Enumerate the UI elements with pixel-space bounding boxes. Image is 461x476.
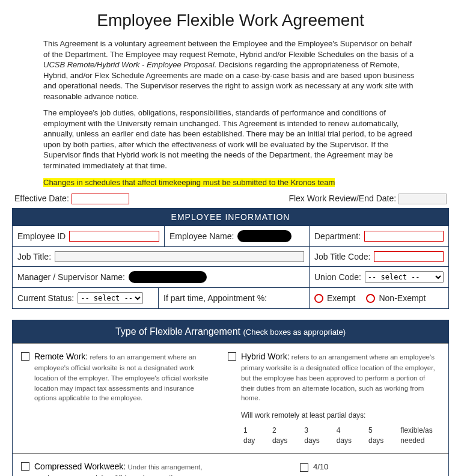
effective-date-label: Effective Date: — [14, 194, 69, 203]
hybrid-work-checkbox[interactable] — [228, 352, 236, 361]
review-date-group: Flex Work Review/End Date: — [289, 194, 447, 204]
hybrid-day-5[interactable]: 5 days — [368, 426, 383, 446]
exempt-radio[interactable] — [314, 294, 323, 303]
hybrid-work-head: Hybrid Work: — [241, 352, 290, 361]
flex-arr-header: Type of Flexible Arrangement (Check boxe… — [13, 320, 448, 343]
job-title-code-input[interactable] — [374, 251, 444, 262]
department-label: Department: — [314, 231, 361, 241]
intro-block: This Agreement is a voluntary agreement … — [43, 38, 418, 188]
intro-highlight: Changes in schedules that affect timekee… — [43, 178, 335, 187]
intro-p2: The employee's job duties, obligations, … — [43, 108, 418, 171]
hybrid-days-label: Will work remotely at least partial days… — [241, 410, 440, 421]
compressed-410-label: 4/10 — [313, 462, 328, 471]
employee-id-label: Employee ID — [17, 231, 66, 241]
hybrid-day-3[interactable]: 3 days — [304, 426, 319, 446]
employee-info-header: EMPLOYEE INFORMATION — [13, 209, 448, 225]
union-code-label: Union Code: — [314, 272, 361, 282]
compressed-head: Compressed Workweek: — [34, 462, 126, 471]
hybrid-day-flex[interactable]: flexible/as needed — [400, 426, 440, 446]
manager-name-label: Manager / Supervisor Name: — [17, 272, 125, 282]
intro-p1a: This Agreement is a voluntary agreement … — [43, 39, 414, 59]
dates-row: Effective Date: Flex Work Review/End Dat… — [12, 194, 449, 204]
page-title: Employee Flexible Work Agreement — [12, 11, 449, 30]
flex-arr-header-text: Type of Flexible Arrangement — [115, 326, 240, 337]
employee-name-redacted — [237, 230, 292, 242]
union-code-select[interactable]: -- select -- — [365, 271, 444, 283]
compressed-410-checkbox[interactable] — [300, 463, 308, 472]
exempt-label: Exempt — [327, 293, 355, 303]
intro-p1: This Agreement is a voluntary agreement … — [43, 38, 418, 102]
nonexempt-radio-group[interactable]: Non-Exempt — [366, 293, 426, 303]
review-date-input[interactable] — [398, 194, 447, 204]
remote-work-head: Remote Work: — [34, 352, 88, 361]
hybrid-day-4[interactable]: 4 days — [337, 426, 352, 446]
manager-name-redacted — [129, 271, 207, 283]
job-title-input[interactable] — [55, 251, 304, 262]
intro-p1-italic: UCSB Remote/Hybrid Work - Employee Propo… — [43, 60, 216, 69]
effective-date-input[interactable] — [72, 194, 129, 204]
employee-name-label: Employee Name: — [169, 231, 234, 241]
current-status-select[interactable]: -- select -- — [78, 292, 143, 304]
exempt-radio-group[interactable]: Exempt — [314, 293, 355, 303]
hybrid-day-1[interactable]: 1 day — [243, 426, 255, 446]
job-title-label: Job Title: — [17, 252, 51, 261]
hybrid-days-options: 1 day 2 days 3 days 4 days 5 days flexib… — [241, 426, 440, 446]
effective-date-group: Effective Date: — [14, 194, 129, 204]
nonexempt-radio[interactable] — [366, 294, 375, 303]
parttime-label: If part time, Appointment %: — [163, 293, 267, 303]
flexible-arrangement-table: Type of Flexible Arrangement (Check boxe… — [12, 320, 449, 476]
compressed-checkbox[interactable] — [21, 462, 29, 471]
employee-id-input[interactable] — [69, 231, 159, 242]
employee-info-table: EMPLOYEE INFORMATION Employee ID Employe… — [12, 208, 449, 309]
remote-work-checkbox[interactable] — [21, 352, 29, 361]
department-input[interactable] — [364, 231, 444, 242]
review-date-label: Flex Work Review/End Date: — [289, 194, 396, 203]
hybrid-day-2[interactable]: 2 days — [272, 426, 287, 446]
nonexempt-label: Non-Exempt — [379, 293, 426, 303]
current-status-label: Current Status: — [17, 293, 74, 303]
flex-arr-header-sub: (Check boxes as appropriate) — [243, 328, 346, 337]
job-title-code-label: Job Title Code: — [314, 252, 370, 261]
